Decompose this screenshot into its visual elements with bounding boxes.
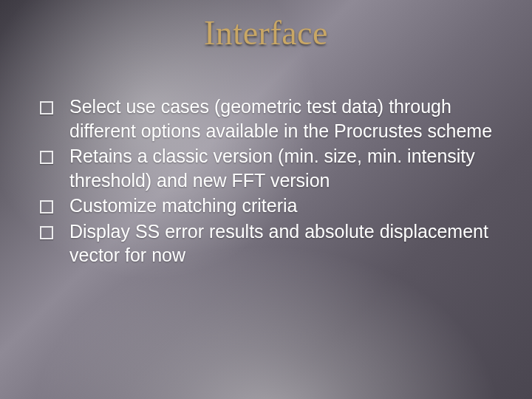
bullet-icon [40,151,53,164]
slide: Interface Select use cases (geometric te… [0,0,532,399]
list-item: Display SS error results and absolute di… [40,219,510,267]
slide-body: Select use cases (geometric test data) t… [40,95,510,269]
list-item: Select use cases (geometric test data) t… [40,95,510,143]
bullet-icon [40,200,53,214]
bullet-text: Customize matching criteria [69,194,510,218]
bullet-text: Select use cases (geometric test data) t… [69,95,510,143]
bullet-icon [40,226,53,239]
list-item: Customize matching criteria [40,194,510,218]
bullet-text: Display SS error results and absolute di… [69,219,510,267]
bullet-icon [40,101,53,115]
bullet-text: Retains a classic version (min. size, mi… [69,144,510,192]
slide-title: Interface [0,13,532,52]
list-item: Retains a classic version (min. size, mi… [40,144,510,192]
